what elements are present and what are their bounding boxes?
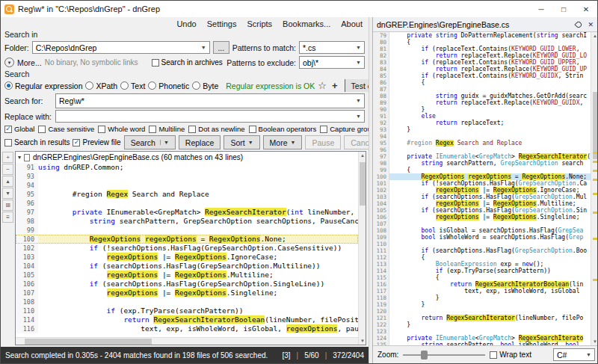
search-type-byte[interactable]: Byte [192, 81, 218, 90]
search-in-archives-checkbox[interactable]: Search in archives [152, 58, 223, 67]
add-bookmark-icon[interactable]: + [330, 80, 340, 91]
search-type-regular-expression[interactable]: Regular expression [4, 81, 82, 90]
maximize-button[interactable]: □ [552, 1, 575, 17]
search-type-phonetic[interactable]: Phonetic [148, 81, 189, 90]
test-expression-button[interactable]: Test expression [345, 79, 369, 92]
search-type-xpath[interactable]: XPath [85, 81, 117, 90]
line-number: 116 [373, 281, 389, 288]
menu-item-about[interactable]: About [341, 19, 363, 28]
patterns-match-combobox[interactable]: ▼ [299, 41, 365, 54]
expander-icon[interactable]: ▾ [18, 154, 21, 161]
code-line[interactable]: 99 [16, 226, 358, 235]
vertical-scrollbar[interactable]: ▲ ▼ [358, 152, 366, 345]
previous-match-icon[interactable]: ▴ [2, 176, 13, 187]
search-type-text[interactable]: Text [120, 81, 145, 90]
code-line[interactable]: 107 regexOptions |= RegexOptions.Singlel… [16, 289, 358, 297]
global-checkbox[interactable]: ✓Global [4, 125, 34, 133]
patterns-exclude-combobox[interactable]: ▼ [299, 56, 365, 69]
code-line[interactable]: 108 [16, 297, 358, 306]
patterns-exclude-input[interactable] [303, 58, 354, 67]
horizontal-scrollbar[interactable] [16, 337, 358, 345]
chevron-down-icon[interactable]: ▼ [354, 45, 363, 50]
expand-all-icon[interactable]: + [2, 152, 13, 163]
pin-icon[interactable] [575, 20, 583, 28]
bookmark-star-icon[interactable]: ☆ [318, 80, 327, 91]
preview-file-checkbox[interactable]: ✓Preview file [73, 138, 120, 146]
multiline-checkbox[interactable]: Multiline [149, 125, 185, 133]
chevron-down-icon[interactable]: ▼ [354, 98, 363, 103]
browse-folder-button[interactable]: ... [213, 41, 229, 54]
results-tree[interactable]: ▾ dnGREP.Engines\GrepEngineBase.cs (60 m… [15, 151, 366, 345]
capture-group-search-checkbox[interactable]: Capture group search [320, 125, 369, 133]
search-in-results-checkbox[interactable]: Search in results [4, 138, 70, 146]
next-match-icon[interactable]: ▾ [2, 188, 13, 199]
code-line[interactable]: 102 if (!searchOptions.HasFlag(GrepSearc… [16, 244, 358, 253]
zoom-slider[interactable] [403, 350, 485, 360]
folder-combobox[interactable]: ▼ [32, 41, 210, 54]
scrollbar-thumb[interactable] [360, 162, 366, 206]
code-line[interactable]: 106 if (searchOptions.HasFlag(GrepSearch… [16, 280, 358, 289]
scroll-down-icon[interactable]: ▼ [359, 337, 366, 345]
chevron-down-icon[interactable]: ▼ [585, 352, 593, 357]
result-file-node[interactable]: ▾ dnGREP.Engines\GrepEngineBase.cs (60 m… [16, 152, 358, 163]
search-for-input[interactable] [59, 96, 354, 105]
code-text: if (replaceText.Contains(KEYWORD_GUIDX, … [392, 73, 591, 79]
patterns-match-input[interactable] [303, 43, 354, 52]
slider-thumb[interactable] [421, 351, 428, 360]
minimize-button[interactable]: ─ [530, 1, 552, 17]
chevron-down-icon[interactable]: ▼ [200, 45, 208, 50]
more-label[interactable]: More... [17, 58, 42, 67]
menu-item-scripts[interactable]: Scripts [247, 19, 272, 28]
case-sensitive-checkbox[interactable]: Case sensitive [38, 125, 94, 133]
folder-input[interactable] [36, 43, 200, 52]
replace-button[interactable]: Replace [179, 135, 221, 149]
replace-with-input[interactable] [59, 112, 354, 121]
code-line[interactable]: 114 return RegexSearchIteratorBoolean(li… [16, 315, 358, 324]
code-line: 113 BooleanExpression exp = new(); [373, 261, 591, 268]
scroll-up-icon[interactable]: ▲ [591, 32, 598, 40]
menu-item-settings[interactable]: Settings [207, 19, 237, 28]
code-line[interactable]: 104 if (searchOptions.HasFlag(GrepSearch… [16, 262, 358, 271]
whole-word-checkbox[interactable]: Whole word [98, 125, 145, 133]
syntax-combobox[interactable]: ▼ [553, 348, 595, 361]
code-line[interactable]: 105 regexOptions |= RegexOptions.Multili… [16, 271, 358, 280]
menu-item-bookmarks[interactable]: Bookmarks... [283, 19, 330, 28]
code-line[interactable]: 116 text, exp, isWholeWord, isGlobal, re… [16, 324, 358, 333]
preview-editor[interactable]: 79 private string DoPatternReplacement(s… [373, 32, 598, 345]
code-line[interactable]: 94 [16, 181, 358, 190]
code-line[interactable]: 97 private IEnumerable<GrepMatch> RegexS… [16, 208, 358, 217]
code-line[interactable]: 110 if (exp.TryParse(searchPattern)) [16, 306, 358, 315]
preview-close-icon[interactable]: ✕ [585, 21, 596, 28]
code-line: 91 else [373, 113, 591, 120]
preview-vertical-scrollbar[interactable]: ▲ ▼ [591, 32, 598, 345]
code-line[interactable]: 93 [16, 172, 358, 181]
replace-with-combobox[interactable]: ▼ [55, 110, 365, 123]
code-line[interactable]: 95 #region Regex Search and Replace [16, 190, 358, 199]
search-for-combobox[interactable]: ▼ [55, 93, 365, 108]
boolean-operators-checkbox[interactable]: Boolean operators [249, 125, 317, 133]
close-button[interactable]: ✕ [575, 1, 597, 17]
zoom-results-icon[interactable]: ⊞ [2, 200, 13, 211]
code-line[interactable]: 98 string searchPattern, GrepSearchOptio… [16, 217, 358, 226]
sort-button[interactable]: Sort▼ [224, 135, 259, 149]
status-separator: | [297, 351, 299, 360]
more-button[interactable]: More▼ [263, 135, 303, 149]
scrollbar-thumb[interactable] [25, 339, 152, 345]
collapse-all-icon[interactable]: − [2, 164, 13, 175]
code-line: 109 bool isWholeWord = searchOptions.Has… [373, 234, 591, 241]
wrap-text-checkbox[interactable]: Wrap text [490, 351, 531, 359]
code-line[interactable]: 100 RegexOptions regexOptions = RegexOpt… [16, 235, 358, 244]
chevron-down-icon[interactable]: ▼ [354, 114, 363, 119]
scroll-down-icon[interactable]: ▼ [591, 338, 598, 345]
search-button[interactable]: Search▼ [124, 135, 176, 149]
code-line[interactable]: 91using dnGREP.Common; [16, 163, 358, 172]
scroll-up-icon[interactable]: ▲ [359, 152, 366, 159]
dot-as-newline-checkbox[interactable]: Dot as newline [188, 125, 244, 133]
menu-item-undo[interactable]: Undo [176, 19, 196, 28]
results-options-icon[interactable]: ≡ [2, 212, 13, 223]
code-line[interactable]: 96 [16, 199, 358, 208]
scrollbar-thumb[interactable] [593, 92, 598, 159]
code-line[interactable]: 103 regexOptions |= RegexOptions.IgnoreC… [16, 253, 358, 262]
more-expander-icon[interactable]: ▾ [4, 58, 14, 67]
chevron-down-icon[interactable]: ▼ [354, 60, 363, 65]
